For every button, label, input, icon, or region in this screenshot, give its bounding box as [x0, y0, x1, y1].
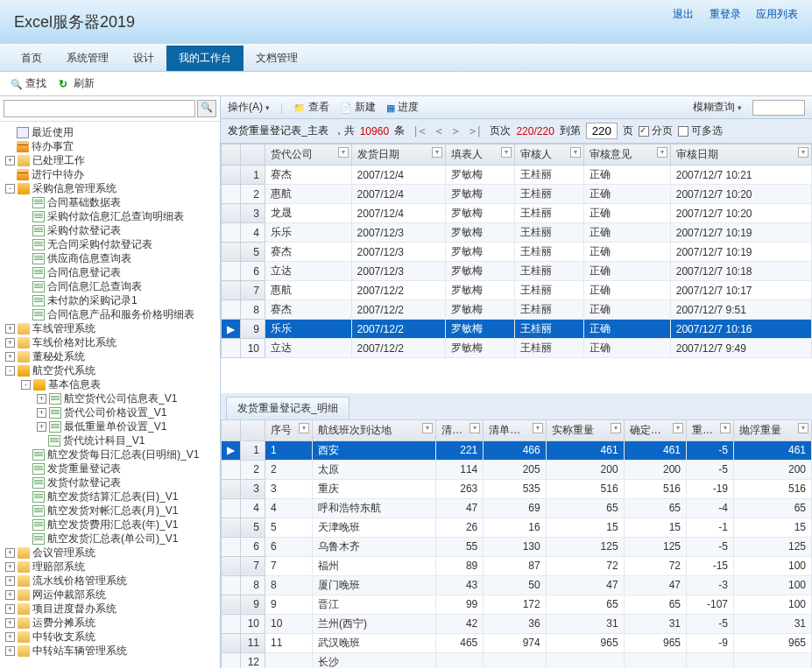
table-row[interactable]: 66乌鲁木齐55130125125-5125: [222, 537, 812, 556]
table-row[interactable]: ▶9乐乐2007/12/2罗敏梅王桂丽正确2007/12/7 10:16: [222, 320, 812, 339]
tree-item[interactable]: +项目进度督办系统: [0, 602, 220, 616]
tree-item[interactable]: +最低重量单价设置_V1: [0, 419, 220, 433]
detail-tab[interactable]: 发货重量登记表_明细: [226, 397, 350, 419]
page-input[interactable]: [586, 123, 618, 139]
column-header[interactable]: 实称重量▾: [546, 419, 624, 440]
link-logout[interactable]: 退出: [673, 8, 694, 20]
expand-icon[interactable]: +: [5, 646, 15, 656]
tree-item[interactable]: +会议管理系统: [0, 546, 220, 560]
query-type-select[interactable]: 模糊查询: [693, 100, 742, 115]
expand-icon[interactable]: +: [5, 590, 15, 600]
table-row[interactable]: 55天津晚班26161515-115: [222, 518, 812, 537]
paginate-toggle[interactable]: 分页: [639, 123, 673, 138]
new-button[interactable]: 新建: [340, 100, 376, 115]
filter-icon[interactable]: ▾: [720, 423, 731, 433]
tree-item[interactable]: -基本信息表: [0, 377, 220, 391]
table-row[interactable]: 1010兰州(西宁)42363131-531: [222, 614, 812, 633]
tree-item[interactable]: 货代统计科目_V1: [0, 433, 220, 447]
tree-item[interactable]: +已处理工作: [0, 153, 220, 167]
tree-item[interactable]: 合同信息汇总查询表: [0, 279, 220, 293]
table-row[interactable]: 2惠航2007/12/4罗敏梅王桂丽正确2007/12/7 10:20: [222, 185, 812, 204]
tree-item[interactable]: +车线管理系统: [0, 321, 220, 335]
tree-item[interactable]: +中转站车辆管理系统: [0, 644, 220, 658]
table-row[interactable]: 1111武汉晚班465974965965-9965: [222, 633, 812, 652]
filter-icon[interactable]: ▾: [673, 423, 683, 433]
table-row[interactable]: 77福州89877272-15100: [222, 556, 812, 575]
filter-icon[interactable]: ▾: [338, 147, 349, 158]
tree-item[interactable]: +理赔部系统: [0, 560, 220, 574]
expand-icon[interactable]: +: [37, 394, 46, 404]
tab-3[interactable]: 我的工作台: [166, 46, 244, 71]
tree-item[interactable]: 航空发货汇总表(单公司)_V1: [0, 532, 220, 546]
filter-icon[interactable]: ▾: [501, 147, 512, 158]
tree-item[interactable]: +车线价格对比系统: [0, 335, 220, 349]
table-row[interactable]: 1赛杰2007/12/4罗敏梅王桂丽正确2007/12/7 10:21: [222, 165, 812, 185]
table-row[interactable]: 88厦门晚班43504747-3100: [222, 575, 812, 595]
expand-icon[interactable]: +: [5, 618, 15, 628]
table-row[interactable]: 33重庆263535516516-19516: [222, 479, 812, 498]
progress-button[interactable]: 进度: [386, 100, 419, 115]
filter-icon[interactable]: ▾: [422, 423, 433, 433]
tree-item[interactable]: +运费分摊系统: [0, 616, 220, 630]
expand-icon[interactable]: -: [21, 380, 31, 390]
column-header[interactable]: 清…▾: [436, 419, 484, 440]
tree-item[interactable]: 航空发货对帐汇总表(月)_V1: [0, 504, 220, 518]
tab-1[interactable]: 系统管理: [54, 46, 121, 71]
tree-item[interactable]: 最近使用: [0, 125, 220, 139]
tree-item[interactable]: +流水线价格管理系统: [0, 574, 220, 588]
tree-item[interactable]: 合同信息产品和服务价格明细表: [0, 307, 220, 321]
refresh-button[interactable]: 刷新: [59, 76, 95, 91]
column-header[interactable]: 审核意见▾: [584, 144, 671, 165]
filter-icon[interactable]: ▾: [657, 147, 667, 158]
column-header[interactable]: 航线班次到达地▾: [312, 419, 435, 440]
tree-item[interactable]: 航空发货结算汇总表(日)_V1: [0, 489, 220, 504]
tab-2[interactable]: 设计: [121, 46, 166, 71]
table-row[interactable]: 4乐乐2007/12/3罗敏梅王桂丽正确2007/12/7 10:19: [222, 223, 812, 243]
operate-menu[interactable]: 操作(A): [228, 100, 270, 115]
page-next[interactable]: >: [450, 125, 462, 137]
tree-item[interactable]: 航空发货每日汇总表(日明细)_V1: [0, 447, 220, 461]
tree-item[interactable]: 供应商信息查询表: [0, 251, 220, 265]
filter-icon[interactable]: ▾: [798, 423, 808, 433]
column-header[interactable]: 货代公司▾: [265, 144, 352, 165]
expand-icon[interactable]: +: [5, 156, 15, 165]
expand-icon[interactable]: +: [5, 352, 15, 362]
tree-item[interactable]: 航空发货费用汇总表(年)_V1: [0, 518, 220, 532]
tree-item[interactable]: -航空货代系统: [0, 363, 220, 377]
tree-item[interactable]: 进行中待办: [0, 167, 220, 181]
tree-item[interactable]: 采购付款登记表: [0, 223, 220, 237]
expand-icon[interactable]: +: [5, 324, 15, 334]
column-header[interactable]: 重…▾: [687, 419, 734, 440]
expand-icon[interactable]: +: [37, 422, 46, 432]
page-last[interactable]: >|: [467, 125, 484, 137]
view-button[interactable]: 查看: [293, 100, 329, 115]
table-row[interactable]: 44呼和浩特东航47696565-465: [222, 498, 812, 518]
tree-item[interactable]: 发货重量登记表: [0, 461, 220, 475]
table-row[interactable]: 8赛杰2007/12/2罗敏梅王桂丽正确2007/12/7 9:51: [222, 300, 812, 320]
column-header[interactable]: 审核人▾: [515, 144, 584, 165]
tree-item[interactable]: 采购付款信息汇总查询明细表: [0, 209, 220, 223]
tree-item[interactable]: +航空货代公司信息表_V1: [0, 391, 220, 405]
filter-icon[interactable]: ▾: [570, 147, 581, 158]
filter-icon[interactable]: ▾: [611, 423, 621, 433]
tab-4[interactable]: 文档管理: [244, 46, 310, 71]
table-row[interactable]: 5赛杰2007/12/3罗敏梅王桂丽正确2007/12/7 10:19: [222, 243, 812, 262]
link-applist[interactable]: 应用列表: [756, 8, 798, 20]
page-prev[interactable]: <: [434, 125, 445, 137]
expand-icon[interactable]: +: [5, 604, 15, 614]
tree-item[interactable]: +货代公司价格设置_V1: [0, 405, 220, 419]
table-row[interactable]: 22太原114205200200-5200: [222, 460, 812, 479]
column-header[interactable]: 抛浮重量▾: [734, 419, 812, 440]
tree-search-button[interactable]: [197, 100, 216, 117]
multiselect-toggle[interactable]: 可多选: [678, 123, 723, 138]
column-header[interactable]: 确定…▾: [624, 419, 686, 440]
filter-icon[interactable]: ▾: [470, 423, 480, 433]
tree-item[interactable]: 发货付款登记表: [0, 475, 220, 489]
expand-icon[interactable]: -: [5, 184, 15, 194]
detail-grid[interactable]: 序号▾航线班次到达地▾清…▾清单…▾实称重量▾确定…▾重…▾抛浮重量▾▶11西安…: [221, 419, 812, 669]
expand-icon[interactable]: +: [5, 632, 15, 642]
filter-icon[interactable]: ▾: [533, 423, 543, 433]
column-header[interactable]: 填表人▾: [445, 144, 514, 165]
filter-icon[interactable]: ▾: [299, 423, 309, 433]
page-first[interactable]: |<: [410, 125, 427, 137]
